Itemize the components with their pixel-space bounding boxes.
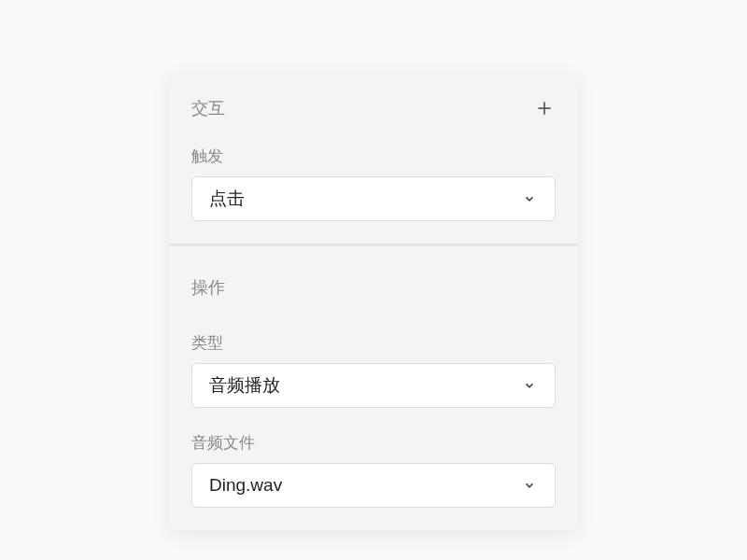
interaction-title: 交互 bbox=[191, 97, 225, 119]
interaction-panel: 交互 触发 点击 操作 bbox=[169, 75, 578, 530]
trigger-select[interactable]: 点击 bbox=[191, 176, 556, 221]
trigger-label: 触发 bbox=[191, 146, 556, 167]
type-field-group: 类型 音频播放 bbox=[191, 332, 556, 408]
audio-file-select[interactable]: Ding.wav bbox=[191, 463, 556, 508]
action-section: 操作 类型 音频播放 音频文件 Ding.wav bbox=[169, 246, 578, 530]
type-value: 音频播放 bbox=[209, 373, 280, 398]
action-header: 操作 bbox=[169, 254, 578, 306]
action-fields: 类型 音频播放 音频文件 Ding.wav bbox=[169, 306, 578, 530]
trigger-field-group: 触发 点击 bbox=[169, 131, 578, 244]
add-interaction-button[interactable] bbox=[533, 97, 556, 119]
audio-file-value: Ding.wav bbox=[209, 475, 282, 496]
audio-file-field-group: 音频文件 Ding.wav bbox=[191, 432, 556, 508]
interaction-header: 交互 bbox=[169, 75, 578, 131]
chevron-down-icon bbox=[521, 377, 538, 394]
chevron-down-icon bbox=[521, 190, 538, 207]
type-label: 类型 bbox=[191, 332, 556, 354]
interaction-section: 交互 触发 点击 bbox=[169, 75, 578, 244]
action-title: 操作 bbox=[191, 276, 556, 299]
type-select[interactable]: 音频播放 bbox=[191, 363, 556, 408]
chevron-down-icon bbox=[521, 477, 538, 494]
plus-icon bbox=[535, 99, 554, 118]
trigger-value: 点击 bbox=[209, 187, 245, 211]
audio-file-label: 音频文件 bbox=[191, 432, 556, 454]
